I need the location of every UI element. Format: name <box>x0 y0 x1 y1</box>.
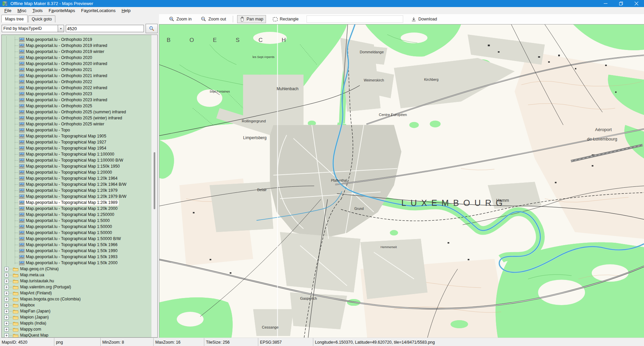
tree-item[interactable]: Map.geoportail.lu - Topographical Map 1:… <box>2 187 152 193</box>
tree-item[interactable]: Map.geoportail.lu - Orthophoto 2019 wint… <box>2 49 152 55</box>
expand-icon[interactable] <box>4 291 9 295</box>
search-button[interactable] <box>146 24 158 33</box>
expand-icon[interactable] <box>4 279 9 283</box>
menu-tools[interactable]: Tools <box>30 7 46 14</box>
tree-folder[interactable]: Map.geoq.cn (China) <box>2 266 152 272</box>
zoom-in-button[interactable]: Zoom in <box>166 15 194 23</box>
tree-item[interactable]: Map.geoportail.lu - Orthophoto 2025 (sum… <box>2 109 152 115</box>
find-by-dropdown[interactable]: Find by MapsTypeID ▼ <box>2 25 64 32</box>
expand-icon[interactable] <box>4 309 9 313</box>
tab-quick-goto[interactable]: Quick goto <box>28 15 56 22</box>
expand-icon[interactable] <box>4 321 9 326</box>
rectangle-button[interactable]: Rectangle <box>270 15 301 23</box>
tree-item[interactable]: Map.geoportail.lu - Topographical Map 1:… <box>2 151 152 157</box>
tree-item[interactable]: Map.geoportail.lu - Topographical Map 1:… <box>2 260 152 266</box>
tree-folder[interactable]: MapQuest Map <box>2 332 152 337</box>
expand-icon[interactable] <box>4 327 9 332</box>
tree-item[interactable]: Map.geoportail.lu - Topographical Map 1:… <box>2 236 152 242</box>
download-button[interactable]: Download <box>409 15 440 23</box>
tree-item[interactable]: Map.geoportail.lu - Orthophoto 2025 <box>2 103 152 109</box>
tree-item[interactable]: Map.geoportail.lu - Topo <box>2 127 152 133</box>
tree-item[interactable]: Map.geoportail.lu - Topographical Map 1:… <box>2 248 152 254</box>
pan-map-button[interactable]: Pan map <box>237 15 266 23</box>
expand-icon[interactable] <box>4 303 9 307</box>
tree-item[interactable]: Map.geoportail.lu - Orthophoto 2023 <box>2 91 152 97</box>
tree-item[interactable]: Map.geoportail.lu - Orthophoto 2025 (win… <box>2 115 152 121</box>
map-layer-icon <box>19 261 24 265</box>
rectangle-select-icon <box>273 17 278 21</box>
tree-item[interactable]: Map.geoportail.lu - Topographical Map 1:… <box>2 199 152 206</box>
expand-icon[interactable] <box>4 285 9 289</box>
tree-item[interactable]: Map.geoportail.lu - Topographical Map 1:… <box>2 206 152 212</box>
expand-icon[interactable] <box>4 273 9 277</box>
tree-item[interactable]: Map.geoportail.lu - Topographical Map 1:… <box>2 230 152 236</box>
tree-item[interactable]: Map.geoportail.lu - Orthophoto 2025 wint… <box>2 121 152 127</box>
tree-item[interactable]: Map.geoportail.lu - Orthophoto 2019 infr… <box>2 43 152 49</box>
tree-scrollbar[interactable] <box>151 35 157 337</box>
tree-item[interactable]: Map.geoportail.lu - Orthophoto 2021 infr… <box>2 73 152 79</box>
tree-item[interactable]: Map.geoportail.lu - Orthophoto 2019 <box>2 37 152 43</box>
map-layer-icon <box>19 38 24 42</box>
expand-icon[interactable] <box>4 333 9 338</box>
menu-file[interactable]: File <box>1 7 14 14</box>
tree-item[interactable]: Map.geoportail.lu - Topographical Map 1:… <box>2 157 152 163</box>
tree-item[interactable]: Map.geoportail.lu - Topographical Map 1:… <box>2 181 152 187</box>
maps-tree-list: Map.geoportail.lu - Orthophoto 2019Map.g… <box>2 35 152 337</box>
tree-connector <box>15 76 18 76</box>
tree-folder[interactable]: Mapas.bogota.gov.co (Colombia) <box>2 296 152 302</box>
tree-connector <box>9 269 12 269</box>
tree-folder[interactable]: Mappy.com <box>2 326 152 332</box>
search-input[interactable] <box>66 25 144 32</box>
tree-folder[interactable]: Mapbox <box>2 302 152 308</box>
map-preview[interactable]: B O E S C Hles Sept ArpentsDommeldangeWe… <box>159 24 644 338</box>
tree-item[interactable]: Map.geoportail.lu - Topographical Map 19… <box>2 145 152 151</box>
expand-icon[interactable] <box>4 267 9 271</box>
tree-folder[interactable]: Map.turistautak.hu <box>2 278 152 284</box>
tree-folder-label: Mapas.bogota.gov.co (Colombia) <box>20 297 80 301</box>
tree-item[interactable]: Map.geoportail.lu - Topographical Map 1:… <box>2 254 152 260</box>
tree-item[interactable]: Map.geoportail.lu - Topographical Map 1:… <box>2 242 152 248</box>
chevron-down-icon[interactable]: ▼ <box>58 25 64 32</box>
tree-item[interactable]: Map.geoportail.lu - Topographical Map 1:… <box>2 169 152 175</box>
tree-folder[interactable]: MapAnt (Finland) <box>2 290 152 296</box>
download-label: Download <box>418 17 437 21</box>
tree-folder[interactable]: Map.valentim.org (Portugal) <box>2 284 152 290</box>
expand-icon[interactable] <box>4 315 9 320</box>
map-label: Cessange <box>262 325 278 329</box>
tree-scrollbar-thumb[interactable] <box>154 152 155 209</box>
expand-icon[interactable] <box>4 297 9 301</box>
menu-favoritemaps[interactable]: FavoriteMaps <box>46 7 78 14</box>
tree-item[interactable]: Map.geoportail.lu - Topographical Map 1:… <box>2 218 152 224</box>
tree-item[interactable]: Map.geoportail.lu - Orthophoto 2021 <box>2 67 152 73</box>
tree-item[interactable]: Map.geoportail.lu - Topographical Map 19… <box>2 133 152 139</box>
menu-misc[interactable]: Misc <box>14 7 30 14</box>
menu-help[interactable]: Help <box>118 7 133 14</box>
tree-connector <box>9 317 12 318</box>
close-button[interactable] <box>629 0 644 7</box>
tree-item[interactable]: Map.geoportail.lu - Topographical Map 19… <box>2 139 152 145</box>
map-label: Belair <box>257 188 267 192</box>
tree-item[interactable]: Map.geoportail.lu - Topographical Map 1:… <box>2 224 152 230</box>
tree-folder-label: Mappy.com <box>20 327 41 332</box>
tree-item[interactable]: Map.geoportail.lu - Orthophoto 2020 infr… <box>2 61 152 67</box>
tree-item[interactable]: Map.geoportail.lu - Topographical Map 1:… <box>2 212 152 218</box>
tree-item[interactable]: Map.geoportail.lu - Orthophoto 2023 infr… <box>2 97 152 103</box>
tab-maps-tree[interactable]: Maps tree <box>1 15 28 22</box>
tree-item[interactable]: Map.geoportail.lu - Topographical Map 1:… <box>2 193 152 199</box>
menu-favoritelocations[interactable]: FavoriteLocations <box>78 7 119 14</box>
tree-folder[interactable]: Map.meta.ua <box>2 272 152 278</box>
zoom-out-button[interactable]: Zoom out <box>198 15 229 23</box>
tree-item[interactable]: Map.geoportail.lu - Orthophoto 2020 <box>2 55 152 61</box>
restore-button[interactable] <box>613 0 629 7</box>
tree-folder[interactable]: Mappls (India) <box>2 320 152 326</box>
tree-item[interactable]: Map.geoportail.lu - Orthophoto 2022 <box>2 79 152 85</box>
map-layer-icon <box>19 164 24 169</box>
tree-folder[interactable]: Mapion (Japan) <box>2 314 152 320</box>
tree-folder[interactable]: MapFan (Japan) <box>2 308 152 314</box>
minimize-button[interactable] <box>598 0 613 7</box>
tree-item[interactable]: Map.geoportail.lu - Topographical Map 1:… <box>2 175 152 181</box>
tree-item[interactable]: Map.geoportail.lu - Orthophoto 2022 infr… <box>2 85 152 91</box>
toolbar-text-field[interactable] <box>307 15 403 23</box>
tree-item[interactable]: Map.geoportail.lu - Topographical Map 1:… <box>2 163 152 169</box>
map-canvas[interactable]: B O E S C Hles Sept ArpentsDommeldangeWe… <box>159 24 644 338</box>
